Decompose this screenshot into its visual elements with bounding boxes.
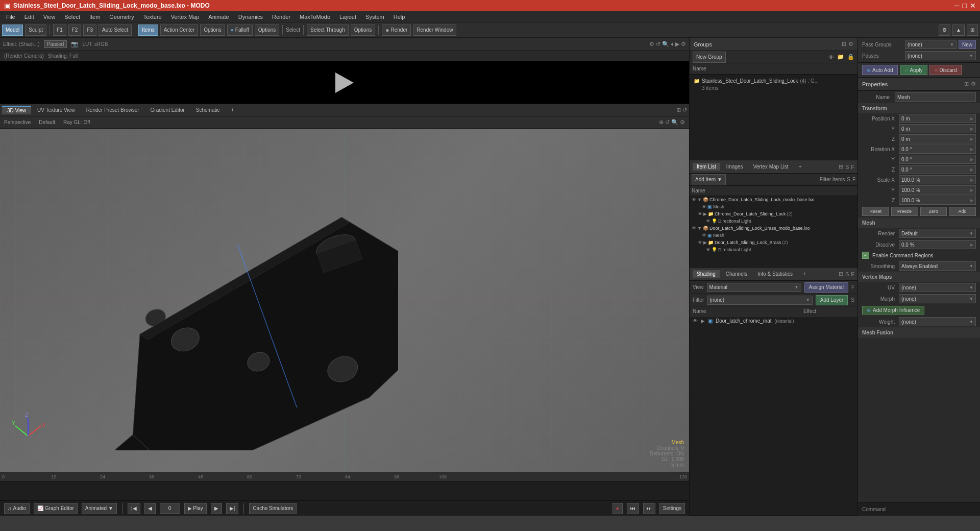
item-row-3[interactable]: 👁 💡 Directional Light bbox=[690, 218, 857, 225]
render-btn[interactable]: ● Render bbox=[382, 25, 411, 36]
select-options-btn[interactable]: Options bbox=[351, 25, 375, 36]
tab-schematic[interactable]: Schematic bbox=[191, 106, 225, 114]
new-group-btn[interactable]: New Group bbox=[693, 52, 726, 63]
minimize-btn[interactable]: ─ bbox=[954, 2, 960, 10]
add-item-btn[interactable]: Add Item ▼ bbox=[692, 174, 726, 185]
tab-render-preset[interactable]: Render Preset Browser bbox=[81, 106, 144, 114]
tab-gradient-editor[interactable]: Gradient Editor bbox=[145, 106, 190, 114]
mode-sculpt-btn[interactable]: Sculpt bbox=[25, 25, 46, 36]
props-icon1[interactable]: ⊞ bbox=[964, 81, 969, 87]
enable-cmd-checkbox[interactable]: ✓ bbox=[862, 252, 869, 259]
assign-material-btn[interactable]: Assign Material bbox=[804, 282, 848, 293]
shading-filter-dropdown[interactable]: (none) ▼ bbox=[707, 296, 813, 305]
settings-btn[interactable]: Settings bbox=[659, 503, 685, 514]
vertex-map-tab[interactable]: Vertex Map List bbox=[749, 163, 793, 171]
shading-icon1[interactable]: ⊞ bbox=[839, 271, 843, 277]
falloff-btn[interactable]: ● Falloff bbox=[227, 25, 253, 36]
animated-btn[interactable]: Animated ▼ bbox=[82, 503, 117, 514]
position-y-value[interactable]: 0 m▶ bbox=[899, 124, 976, 133]
item-row-7[interactable]: 👁 💡 Directional Light bbox=[690, 246, 857, 253]
render-window-btn[interactable]: Render Window bbox=[413, 25, 456, 36]
shading-icon2[interactable]: S bbox=[845, 271, 849, 277]
audio-btn[interactable]: ♫ Audio bbox=[4, 503, 30, 514]
next-frame-btn[interactable]: ▶ bbox=[211, 503, 222, 514]
menu-animate[interactable]: Animate bbox=[204, 13, 233, 21]
menu-dynamics[interactable]: Dynamics bbox=[234, 13, 267, 21]
apply-btn[interactable]: ✓ Apply bbox=[900, 65, 927, 75]
viewport-content[interactable]: X Y Z Mesh Channels: 0 Deformers: ON GL:… bbox=[0, 129, 689, 472]
mesh-section-title[interactable]: Mesh bbox=[858, 218, 980, 228]
f3-btn[interactable]: F3 bbox=[83, 25, 96, 36]
il-icon2[interactable]: S bbox=[845, 164, 849, 170]
prev-keyframe-btn[interactable]: |◀ bbox=[128, 503, 140, 514]
freeze-btn[interactable]: Freeze bbox=[891, 207, 918, 216]
menu-select[interactable]: Select bbox=[60, 13, 84, 21]
next-keyframe-btn[interactable]: ▶| bbox=[226, 503, 239, 514]
sim-btn1[interactable]: ⏮ bbox=[627, 503, 639, 514]
titlebar-controls[interactable]: ─ □ ✕ bbox=[954, 2, 976, 10]
add-btn[interactable]: Add bbox=[949, 207, 976, 216]
rotation-x-value[interactable]: 0.0 °▶ bbox=[899, 144, 976, 154]
shading-add-tab[interactable]: + bbox=[799, 270, 810, 278]
menu-edit[interactable]: Edit bbox=[20, 13, 38, 21]
tab-add[interactable]: + bbox=[226, 106, 239, 114]
sim-btn2[interactable]: ⏭ bbox=[643, 503, 655, 514]
preview-content[interactable] bbox=[0, 61, 689, 104]
groups-settings-icon[interactable]: ⚙ bbox=[848, 41, 853, 47]
render-dropdown[interactable]: Default ▼ bbox=[899, 229, 976, 238]
passes-input[interactable]: (none) ▼ bbox=[905, 51, 976, 60]
menu-geometry[interactable]: Geometry bbox=[105, 13, 138, 21]
reset-btn[interactable]: Reset bbox=[862, 207, 889, 216]
select-through-btn[interactable]: Select Through bbox=[307, 25, 349, 36]
graph-editor-btn[interactable]: 📈 Graph Editor bbox=[34, 503, 78, 514]
position-z-value[interactable]: 0 m▶ bbox=[899, 134, 976, 143]
falloff-options-btn[interactable]: Options bbox=[255, 25, 279, 36]
auto-add-btn[interactable]: ⊕ Auto Add bbox=[862, 65, 898, 75]
menu-layout[interactable]: Layout bbox=[335, 13, 360, 21]
props-icon2[interactable]: ⚙ bbox=[971, 81, 976, 87]
uv-dropdown[interactable]: (none) ▼ bbox=[899, 283, 976, 292]
timeline-tracks[interactable] bbox=[0, 481, 689, 500]
pass-new-btn[interactable]: New bbox=[959, 40, 976, 49]
rotation-z-value[interactable]: 0.0 °▶ bbox=[899, 165, 976, 174]
menu-view[interactable]: View bbox=[39, 13, 60, 21]
images-tab[interactable]: Images bbox=[722, 163, 747, 171]
shading-material-dropdown[interactable]: Material ▼ bbox=[707, 283, 801, 292]
item-list-tab[interactable]: Item List bbox=[693, 163, 720, 171]
item-list-add-tab[interactable]: + bbox=[795, 163, 806, 171]
f2-btn[interactable]: F2 bbox=[68, 25, 82, 36]
action-options-btn[interactable]: Options bbox=[200, 25, 225, 36]
cache-btn[interactable]: Cache Simulators bbox=[249, 503, 297, 514]
transform-title[interactable]: Transform bbox=[858, 104, 980, 113]
il-icon3[interactable]: F bbox=[851, 164, 854, 170]
add-layer-btn[interactable]: Add Layer bbox=[816, 295, 848, 305]
close-btn[interactable]: ✕ bbox=[970, 2, 976, 10]
record-btn[interactable]: ● bbox=[612, 503, 623, 514]
morph-dropdown[interactable]: (none) ▼ bbox=[899, 294, 976, 303]
menu-system[interactable]: System bbox=[361, 13, 388, 21]
play-btn[interactable]: ▶ Play bbox=[184, 503, 207, 514]
add-morph-btn[interactable]: ⊕ Add Morph Influence bbox=[862, 306, 924, 315]
item-row-6[interactable]: 👁 ▶ 📁 Door_Latch_Sliding_Lock_Brass (2) bbox=[690, 239, 857, 246]
info-tab[interactable]: Info & Statistics bbox=[753, 270, 797, 278]
menu-help[interactable]: Help bbox=[389, 13, 409, 21]
groups-item-row[interactable]: 📁 Stainless_Steel_Door_Latch_Sliding_Loc… bbox=[692, 77, 855, 85]
weight-dropdown[interactable]: (none) ▼ bbox=[899, 317, 976, 326]
groups-expand-icon[interactable]: ⊞ bbox=[842, 41, 846, 47]
shading-tab[interactable]: Shading bbox=[693, 270, 720, 278]
play-button[interactable] bbox=[335, 73, 354, 93]
toolbar-icon-1[interactable]: ⚙ bbox=[939, 25, 950, 36]
menu-render[interactable]: Render bbox=[268, 13, 295, 21]
item-row-0[interactable]: 👁 ▼ 📦 Chrome_Door_Latch_Sliding_Lock_mod… bbox=[690, 196, 857, 203]
name-input[interactable] bbox=[895, 92, 976, 102]
f1-btn[interactable]: F1 bbox=[53, 25, 66, 36]
zero-btn[interactable]: Zero bbox=[920, 207, 947, 216]
menu-file[interactable]: File bbox=[2, 13, 19, 21]
menu-item[interactable]: Item bbox=[85, 13, 104, 21]
shading-icon3[interactable]: F bbox=[851, 271, 854, 277]
channels-tab[interactable]: Channels bbox=[722, 270, 751, 278]
frame-input[interactable] bbox=[160, 503, 180, 514]
discard-btn[interactable]: ✕ Discard bbox=[929, 65, 962, 75]
prev-frame-btn[interactable]: ◀ bbox=[144, 503, 156, 514]
scale-y-value[interactable]: 100.0 %▶ bbox=[899, 185, 976, 195]
